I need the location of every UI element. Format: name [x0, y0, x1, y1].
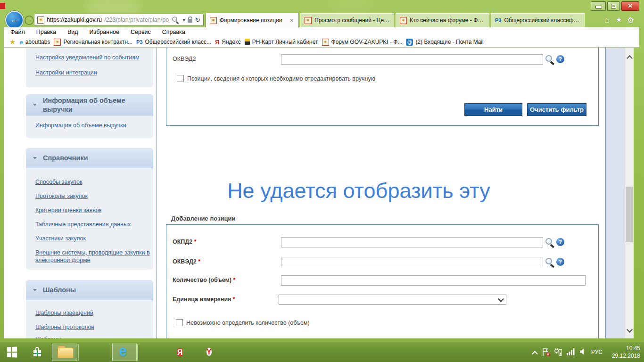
taskbar-yandex[interactable]: Я: [177, 346, 183, 359]
forward-button[interactable]: →: [25, 16, 34, 25]
tab-kto-sejchas-na-forume[interactable]: ✶ Кто сейчас на форуме - Фору...: [396, 13, 489, 27]
sidebar-panel-revenue: Информация об объеме выручки Информация …: [26, 94, 153, 138]
okpd2-search-icon[interactable]: [545, 238, 554, 247]
sidebar-link-table-views[interactable]: Табличные представления данных: [35, 221, 153, 228]
find-button[interactable]: Найти: [464, 103, 522, 116]
sidebar-link-templates-clipped[interactable]: Шаблоны: [35, 336, 153, 338]
scrollbar-down-icon[interactable]: [627, 327, 633, 333]
network-signal-icon[interactable]: [567, 348, 575, 357]
tab-label: Кто сейчас на форуме - Фору...: [410, 17, 485, 24]
favorite-label: (2) Входящие - Почта Mail: [415, 39, 483, 45]
sidebar-link-external-systems[interactable]: Внешние системы, проводящие закупки в эл…: [35, 249, 153, 264]
okpd2-input[interactable]: [281, 237, 543, 247]
minimize-icon: [595, 6, 602, 8]
favorites-bar-star-icon[interactable]: ★: [9, 38, 16, 46]
menu-tools[interactable]: Сервис: [131, 29, 151, 35]
favorite-klassifikator[interactable]: Р3Общероссийский класс...: [136, 39, 211, 45]
sidebar-section-header-revenue[interactable]: Информация об объеме выручки: [26, 94, 153, 115]
clock[interactable]: 10:45 29.12.2018: [612, 345, 640, 360]
favorite-yandex[interactable]: ЯЯндекс: [215, 39, 241, 46]
back-button[interactable]: ←: [5, 11, 24, 29]
tab-favicon: ✶: [305, 17, 312, 24]
okved2-filter-help-icon[interactable]: ?: [556, 55, 564, 63]
yandex-icon: Я: [215, 39, 219, 46]
tray-expand-icon[interactable]: [532, 351, 538, 357]
okved2-search-icon[interactable]: [545, 258, 554, 267]
menu-edit[interactable]: Правка: [36, 29, 56, 35]
tools-gear-icon[interactable]: ⚙: [627, 16, 634, 25]
search-icon[interactable]: [173, 16, 179, 23]
address-bar[interactable]: ✶ https://zakupki.gov.ru /223/plan/priva…: [34, 14, 204, 26]
tab-close-icon[interactable]: ✕: [289, 18, 295, 23]
favorite-mail[interactable]: @(2) Входящие - Почта Mail: [406, 39, 483, 46]
close-icon: ✕: [622, 2, 639, 10]
taskbar-yandex-browser[interactable]: Y: [206, 346, 212, 359]
menu-bar: Файл Правка Вид Избранное Сервис Справка: [4, 27, 639, 37]
required-mark: *: [194, 239, 197, 245]
sidebar-link-protocol-templates[interactable]: Шаблоны протоколов: [35, 323, 153, 331]
okved2-help-icon[interactable]: ?: [556, 258, 564, 266]
vertical-scrollbar[interactable]: [625, 48, 634, 338]
sidebar-link-purchase-participants[interactable]: Участники закупок: [35, 235, 153, 242]
menu-help[interactable]: Справка: [162, 29, 185, 35]
tab-formirovanie-pozicii[interactable]: ✶ Формирование позиции ✕: [206, 13, 299, 27]
sidebar-link-revenue-info[interactable]: Информация об объеме выручки: [35, 122, 153, 129]
tab-favicon: ✶: [210, 17, 217, 24]
tab-obshcherossijskij-klassifikator[interactable]: Р3 Общероссийский классифик...: [491, 13, 585, 27]
torch-icon: [245, 39, 250, 45]
favorite-forum-gov-zakupki[interactable]: ✶Форум GOV-ZAKUPKI - Ф...: [322, 39, 403, 46]
scrollbar-thumb[interactable]: [626, 187, 633, 242]
sidebar-link-evaluation-criteria[interactable]: Критерии оценки заявок: [35, 206, 153, 214]
quantity-label: Количество (объем) *: [173, 277, 235, 283]
sidebar-panel-notifications: Настройка уведомлений по событиям Настро…: [26, 48, 153, 87]
favorite-abouttabs[interactable]: eabouttabs: [19, 39, 50, 46]
back-icon: ←: [10, 14, 19, 25]
maximize-button[interactable]: [607, 1, 620, 11]
sidebar-link-purchase-methods[interactable]: Способы закупок: [35, 178, 153, 186]
sidebar-section-header-directories[interactable]: Справочники: [26, 148, 153, 168]
minimize-button[interactable]: [591, 1, 606, 11]
okpd2-label: ОКПД2 *: [173, 239, 197, 245]
recording-indicator: [0, 3, 5, 9]
taskbar-internet-explorer[interactable]: e: [119, 344, 127, 358]
okved2-input[interactable]: [281, 257, 543, 267]
sidebar-link-notifications[interactable]: Настройка уведомлений по событиям: [35, 54, 153, 61]
action-center-flag-icon[interactable]: [542, 348, 550, 359]
close-button[interactable]: ✕: [621, 1, 639, 11]
no-quantity-checkbox[interactable]: [176, 319, 183, 326]
sidebar-link-integration[interactable]: Настройки интеграции: [35, 69, 153, 76]
menu-view[interactable]: Вид: [67, 29, 78, 35]
yandex-browser-icon: Y: [206, 348, 212, 356]
home-icon[interactable]: ⌂: [604, 16, 609, 25]
section-title: Шаблоны: [43, 286, 149, 295]
manual-edit-checkbox[interactable]: [177, 75, 184, 82]
collapse-arrow-icon: [33, 104, 37, 108]
volume-speaker-icon[interactable]: [580, 348, 586, 357]
sidebar-link-purchase-protocols[interactable]: Протоколы закупок: [35, 192, 153, 200]
refresh-icon[interactable]: ↻: [195, 16, 200, 24]
scrollbar-up-icon[interactable]: [627, 55, 633, 61]
favorite-rn-kart[interactable]: РН-Карт Личный кабинет: [245, 39, 318, 45]
menu-file[interactable]: Файл: [10, 29, 25, 35]
tab-prosmotr-soobshchenij[interactable]: ✶ Просмотр сообщений - Цент...: [300, 13, 394, 27]
sidebar-panel-templates: Шаблоны Шаблоны извещений Шаблоны проток…: [26, 280, 153, 338]
okpd2-help-icon[interactable]: ?: [556, 238, 564, 246]
quantity-input[interactable]: [281, 275, 586, 286]
favorite-regionalnaya[interactable]: ✶Региональная контрактн...: [54, 39, 132, 46]
page-error-banner: Не удается отобразить эту: [159, 179, 558, 203]
unit-select[interactable]: [279, 295, 506, 304]
language-indicator[interactable]: РУС: [591, 349, 603, 355]
power-battery-icon[interactable]: [554, 348, 562, 358]
okved2-filter-input[interactable]: [281, 54, 543, 65]
sidebar-link-notice-templates[interactable]: Шаблоны извещений: [35, 309, 153, 317]
tab-label: Просмотр сообщений - Цент...: [314, 17, 390, 24]
favorites-star-icon[interactable]: ★: [616, 16, 622, 24]
sidebar-section-header-templates[interactable]: Шаблоны: [26, 280, 153, 300]
okved2-filter-search-icon[interactable]: [545, 55, 554, 64]
collapse-arrow-icon: [33, 289, 37, 293]
start-button[interactable]: [7, 347, 17, 357]
clear-filter-button[interactable]: Очистить фильтр: [527, 103, 586, 116]
address-dropdown-icon[interactable]: ▾: [182, 16, 185, 23]
menu-favorites[interactable]: Избранное: [90, 29, 119, 35]
quantity-label-text: Количество (объем): [173, 277, 231, 283]
